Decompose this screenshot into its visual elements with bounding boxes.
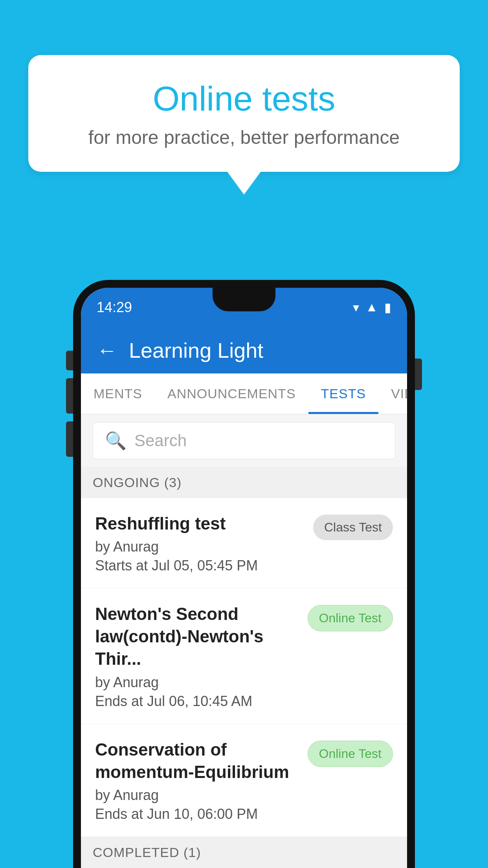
phone-wrapper: 14:29 ▾ ▲ ▮ ← Learning Light MENTS ANNOU… (73, 280, 415, 868)
speech-bubble-section: Online tests for more practice, better p… (28, 55, 460, 195)
test-name-2: Newton's Second law(contd)-Newton's Thir… (95, 603, 300, 670)
tabs-bar: MENTS ANNOUNCEMENTS TESTS VIDEOS (81, 373, 407, 414)
tab-tests[interactable]: TESTS (308, 373, 379, 414)
test-date-3: Ends at Jun 10, 06:00 PM (95, 806, 300, 822)
search-icon: 🔍 (105, 430, 127, 451)
status-icons: ▾ ▲ ▮ (353, 300, 391, 315)
volume-up-button (66, 378, 73, 414)
bubble-tail (227, 171, 261, 195)
wifi-icon: ▾ (353, 300, 359, 315)
test-item-3[interactable]: Conservation of momentum-Equilibrium by … (81, 724, 407, 837)
app-title: Learning Light (129, 338, 263, 362)
ongoing-section-header: ONGOING (3) (81, 467, 407, 498)
test-by-2: by Anurag (95, 674, 300, 691)
power-button (415, 359, 422, 390)
test-name-1: Reshuffling test (95, 512, 305, 535)
test-badge-1: Class Test (313, 515, 393, 540)
tests-list: Reshuffling test by Anurag Starts at Jul… (81, 498, 407, 837)
test-info-1: Reshuffling test by Anurag Starts at Jul… (95, 512, 305, 574)
bubble-subtitle: for more practice, better performance (60, 127, 428, 148)
tab-videos[interactable]: VIDEOS (378, 373, 407, 414)
back-button[interactable]: ← (97, 338, 117, 362)
tab-announcements[interactable]: ANNOUNCEMENTS (155, 373, 308, 414)
test-date-2: Ends at Jul 06, 10:45 AM (95, 693, 300, 710)
speech-bubble: Online tests for more practice, better p… (28, 55, 460, 172)
test-date-1: Starts at Jul 05, 05:45 PM (95, 557, 305, 574)
volume-down-button (66, 421, 73, 457)
search-container: 🔍 Search (81, 414, 407, 467)
test-by-1: by Anurag (95, 539, 305, 555)
phone: 14:29 ▾ ▲ ▮ ← Learning Light MENTS ANNOU… (73, 280, 415, 868)
status-bar: 14:29 ▾ ▲ ▮ (81, 288, 407, 327)
completed-section-header: COMPLETED (1) (81, 837, 407, 868)
signal-icon: ▲ (365, 300, 378, 314)
tab-ments[interactable]: MENTS (81, 373, 155, 414)
phone-screen: 14:29 ▾ ▲ ▮ ← Learning Light MENTS ANNOU… (81, 288, 407, 868)
battery-icon: ▮ (384, 300, 391, 315)
search-input[interactable]: Search (134, 431, 187, 450)
test-item-1[interactable]: Reshuffling test by Anurag Starts at Jul… (81, 498, 407, 588)
search-bar[interactable]: 🔍 Search (93, 422, 395, 459)
bubble-title: Online tests (60, 79, 428, 119)
test-name-3: Conservation of momentum-Equilibrium (95, 738, 300, 783)
test-item-2[interactable]: Newton's Second law(contd)-Newton's Thir… (81, 588, 407, 724)
mute-button (66, 351, 73, 370)
test-badge-2: Online Test (308, 605, 393, 631)
test-info-2: Newton's Second law(contd)-Newton's Thir… (95, 603, 300, 710)
test-info-3: Conservation of momentum-Equilibrium by … (95, 738, 300, 822)
app-header: ← Learning Light (81, 327, 407, 373)
test-badge-3: Online Test (308, 741, 393, 767)
status-time: 14:29 (97, 299, 132, 316)
test-by-3: by Anurag (95, 787, 300, 804)
